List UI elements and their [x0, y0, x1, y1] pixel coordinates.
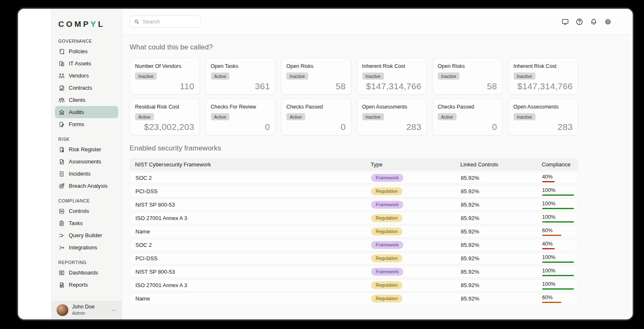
profile-meta: John Doe Admin: [72, 304, 106, 316]
sidebar-item-label: Clients: [69, 97, 86, 103]
sidebar-item-dashboards[interactable]: Dashboards: [55, 267, 118, 279]
sidebar-item-reports[interactable]: Reports: [55, 279, 118, 291]
stat-card-residual-risk-cost[interactable]: Residual Risk CostActive$23,002,203: [130, 98, 200, 135]
sidebar-item-label: Query Builder: [69, 232, 102, 238]
linked-controls-value: 85.92%: [455, 202, 537, 208]
sidebar-item-incidents[interactable]: Incidents: [55, 168, 118, 180]
type-badge: Regulation: [371, 254, 402, 262]
it-assets-icon: [58, 60, 65, 67]
sidebar-item-label: Risk Register: [69, 146, 101, 153]
avatar[interactable]: [57, 304, 68, 316]
topbar: [122, 9, 633, 35]
column-header-compliance: Compliance: [536, 161, 578, 168]
sidebar-item-query-builder[interactable]: Query Builder: [55, 229, 118, 241]
table-row-pci-dss[interactable]: PCI-DSSRegulation85.92%100%: [130, 185, 578, 197]
compliance-cell: 100%: [537, 214, 579, 223]
framework-name: ISO 27001 Annex A 3: [130, 282, 366, 288]
compliance-cell: 100%: [537, 254, 579, 263]
table-row-name[interactable]: NameRegulation85.92%60%: [130, 225, 578, 238]
sidebar-item-label: Vendors: [69, 73, 89, 79]
dashboard-content: What could this be called? Number Of Ven…: [122, 35, 633, 306]
stat-card-checks-passed[interactable]: Checks PassedActive0: [432, 98, 503, 135]
framework-name: Name: [130, 228, 366, 235]
sidebar-item-tasks[interactable]: Tasks: [55, 217, 118, 229]
sidebar-item-contracts[interactable]: Contracts: [55, 82, 118, 94]
search-input[interactable]: [143, 18, 197, 25]
table-row-pci-dss[interactable]: PCI-DSSRegulation85.92%100%: [130, 252, 578, 264]
sidebar-item-policies[interactable]: Policies: [55, 45, 118, 57]
sidebar-item-label: IT Assets: [69, 60, 91, 67]
sidebar-item-label: Forms: [69, 121, 84, 127]
framework-name: SOC 2: [130, 175, 366, 181]
sidebar-item-integrations[interactable]: Integrations: [55, 241, 118, 254]
framework-name: Name: [130, 295, 366, 302]
stat-card-open-risks[interactable]: Open RisksInactive58: [281, 58, 351, 95]
sidebar-item-controls[interactable]: Controls: [55, 205, 118, 217]
table-row-soc-2[interactable]: SOC 2Framework85.92%40%: [130, 172, 578, 184]
sidebar-item-clients[interactable]: Clients: [55, 94, 118, 106]
search-box[interactable]: [130, 16, 201, 28]
table-header: NIST Cybersecurity FrameworkTypeLinked C…: [130, 158, 578, 171]
sidebar-item-breach-analysis[interactable]: Breach Analysis: [55, 180, 118, 192]
compliance-bar: [542, 194, 574, 196]
stat-card-inherent-risk-cost[interactable]: Inherent Risk CostInactive$147,314,766: [508, 58, 579, 95]
table-row-iso-27001-annex-a-3[interactable]: ISO 27001 Annex A 3Regulation85.92%100%: [130, 212, 578, 224]
compliance-percent: 40%: [542, 241, 579, 247]
sidebar: COMPYL GOVERNANCEPoliciesIT AssetsVendor…: [52, 9, 122, 319]
display-icon[interactable]: [561, 17, 570, 26]
stat-card-open-assessments[interactable]: Open AssessmentsInactive283: [508, 98, 579, 135]
sidebar-section-label-reporting: REPORTING: [58, 260, 118, 265]
stat-card-checks-for-review[interactable]: Checks For ReviewActive0: [205, 98, 276, 135]
compliance-percent: 100%: [542, 282, 579, 287]
stat-card-value: $147,314,766: [366, 81, 421, 91]
sidebar-item-label: Dashboards: [69, 269, 98, 276]
sidebar-item-it-assets[interactable]: IT Assets: [55, 57, 118, 70]
compliance-cell: 100%: [537, 200, 579, 209]
dashboards-icon: [58, 269, 65, 276]
sidebar-section-label-governance: GOVERNANCE: [58, 39, 118, 44]
stat-card-open-risks[interactable]: Open RisksInactive58: [432, 58, 503, 95]
sidebar-section-label-risk: RISK: [58, 137, 118, 142]
stat-card-title: Inherent Risk Cost: [362, 63, 422, 69]
column-header-type: Type: [365, 161, 455, 168]
sidebar-section-label-compliance: COMPLIANCE: [58, 198, 118, 203]
sidebar-item-audits[interactable]: Audits: [55, 106, 118, 118]
stat-cards-grid: Number Of VendorsInactive110Open TasksAc…: [130, 58, 578, 135]
linked-controls-value: 85.92%: [455, 228, 537, 235]
stat-card-value: 283: [406, 122, 421, 132]
sidebar-item-risk-register[interactable]: Risk Register: [55, 143, 118, 155]
settings-icon[interactable]: [603, 17, 613, 26]
linked-controls-value: 85.92%: [455, 215, 537, 221]
table-row-name[interactable]: NameRegulation85.92%60%: [130, 293, 578, 305]
table-row-nist-sp-800-53[interactable]: NIST SP 800-53Framework85.92%100%: [130, 266, 578, 278]
stat-card-open-tasks[interactable]: Open TasksActive361: [205, 58, 276, 95]
main-area: What could this be called? Number Of Ven…: [122, 9, 633, 319]
table-row-nist-sp-800-53[interactable]: NIST SP 800-53Framework85.92%100%: [130, 199, 578, 211]
status-badge: Active: [211, 73, 230, 80]
profile-name: John Doe: [72, 304, 106, 311]
sidebar-item-vendors[interactable]: Vendors: [55, 70, 118, 82]
compliance-percent: 100%: [542, 255, 579, 260]
sidebar-item-assessments[interactable]: Assessments: [55, 155, 118, 168]
notifications-icon[interactable]: [589, 17, 598, 26]
help-icon[interactable]: [575, 17, 584, 26]
stat-card-number-of-vendors[interactable]: Number Of VendorsInactive110: [130, 58, 200, 95]
framework-name: PCI-DSS: [130, 255, 366, 262]
linked-controls-value: 85.92%: [455, 295, 537, 302]
compliance-bar: [542, 248, 555, 249]
stat-card-open-assessments[interactable]: Open AssessmentsInactive283: [357, 98, 427, 135]
sidebar-item-label: Tasks: [69, 220, 83, 226]
status-badge: Inactive: [286, 73, 308, 80]
sidebar-item-forms[interactable]: Forms: [55, 118, 118, 130]
table-row-iso-27001-annex-a-3[interactable]: ISO 27001 Annex A 3Regulation85.92%100%: [130, 279, 578, 291]
incidents-icon: [58, 171, 65, 177]
brand-text-end: L: [98, 20, 105, 28]
stat-card-checks-passed[interactable]: Checks PassedActive0: [281, 98, 351, 135]
more-icon[interactable]: [110, 307, 117, 314]
table-row-soc-2[interactable]: SOC 2Framework85.92%40%: [130, 239, 578, 251]
status-badge: Inactive: [514, 113, 535, 120]
status-badge: Active: [135, 113, 154, 120]
stat-card-inherent-risk-cost[interactable]: Inherent Risk CostInactive$147,314,766: [357, 58, 427, 95]
stat-card-value: 0: [492, 122, 497, 132]
stat-card-title: Open Tasks: [211, 63, 270, 69]
